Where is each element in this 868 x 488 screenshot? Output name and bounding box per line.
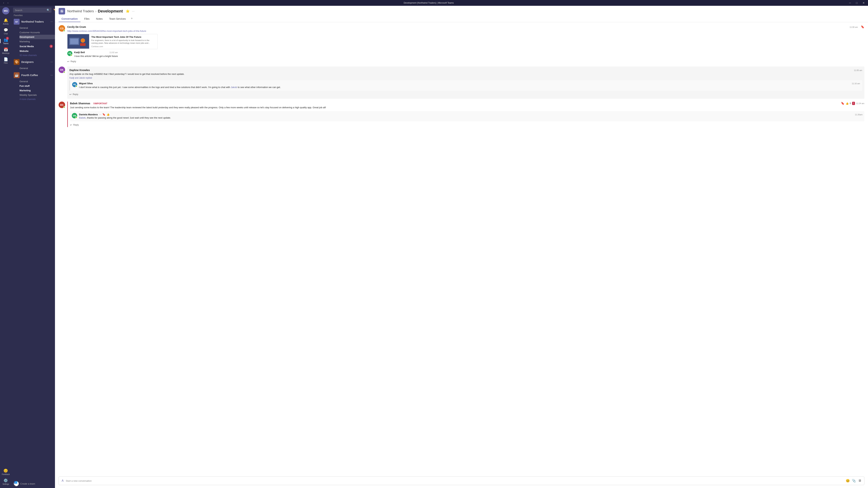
- rail-item-settings[interactable]: ⚙️ Settings: [2, 477, 10, 487]
- main-header: N Northwind Traders › Development ⭐ ··· …: [55, 6, 868, 22]
- attachment-icon[interactable]: 📎: [852, 479, 856, 483]
- designers-more-icon[interactable]: ···: [51, 60, 53, 64]
- msg2-reply-icon: ↩: [69, 93, 72, 96]
- channel-marketing[interactable]: Marketing: [20, 39, 55, 44]
- msg3-reply-btn[interactable]: ↩ Reply: [70, 123, 864, 127]
- msg1-body: Cecily De Crum 11:00 am 🔖 http://www.con…: [67, 25, 864, 64]
- msg2-reply-btn[interactable]: ↩ Reply: [69, 92, 862, 97]
- msg1-preview-desc: For engineers, there is a lot of opportu…: [91, 39, 155, 45]
- msg1-reply-label: Reply: [70, 60, 76, 63]
- tab-notes[interactable]: Notes: [93, 16, 105, 22]
- fourth-coffee-more-icon[interactable]: ···: [51, 73, 53, 77]
- rail-item-files[interactable]: 📄 Files: [0, 56, 11, 65]
- msg1-preview: The Most Important Tech Jobs Of The Futu…: [67, 34, 158, 49]
- channel-weekly-specials[interactable]: Weekly Specials: [20, 93, 55, 97]
- team-section-designers: 🎨 Designers ··· General: [11, 58, 55, 71]
- msg2-text: Any update on the bug #456892 that I fil…: [69, 72, 862, 76]
- msg1-reply-btn[interactable]: ↩ Reply: [67, 59, 864, 64]
- video-icon[interactable]: 🖥: [858, 479, 861, 483]
- msg3-avatar: BS: [59, 102, 65, 108]
- msg2-reply-label: Reply: [73, 93, 78, 96]
- fourth-coffee-more-channels[interactable]: 4 more channels: [20, 97, 55, 101]
- channel-development[interactable]: Development: [20, 35, 55, 39]
- teams-badge: 2: [6, 37, 9, 40]
- meetings-label: Meetings: [2, 52, 9, 54]
- msg1-sender: Cecily De Crum: [67, 26, 86, 28]
- tab-team-services[interactable]: Team Services: [106, 16, 129, 22]
- window-controls[interactable]: ─ □ ✕: [848, 1, 866, 5]
- title-bar-nav[interactable]: ‹ ›: [2, 1, 9, 4]
- rail-item-chat[interactable]: 💬 Chat: [0, 26, 11, 36]
- svg-point-8: [81, 38, 85, 43]
- msg2-nested-online: [75, 85, 77, 87]
- msg1-preview-content: The Most Important Tech Jobs Of The Futu…: [89, 34, 157, 49]
- channel-social-media[interactable]: Social Media 2: [20, 44, 55, 49]
- minimize-button[interactable]: ─: [848, 1, 852, 5]
- feedback-icon: 😊: [3, 468, 8, 473]
- northwind-more-icon[interactable]: ···: [51, 20, 53, 23]
- msg2-header: Daphne Knowles 11:05 am: [69, 69, 862, 72]
- files-icon: 📄: [4, 57, 8, 61]
- add-tab-button[interactable]: +: [129, 16, 134, 22]
- back-button[interactable]: ‹: [2, 1, 5, 4]
- forward-button[interactable]: ›: [6, 1, 9, 4]
- channel-website[interactable]: Website: [20, 49, 55, 53]
- create-team-button[interactable]: 👥+ Create a team: [11, 479, 55, 488]
- msg3-inline-bookmark-icon[interactable]: 🔖: [102, 113, 105, 116]
- title-bar: ‹ › Development (Northwind Traders) | Mi…: [0, 0, 868, 6]
- channel-customer-accounts[interactable]: Customer Accounts: [20, 30, 55, 35]
- msg2-thread-replied[interactable]: Kadji and Jakob replied: [69, 77, 862, 79]
- fourth-coffee-channels: General Fun stuff Marketing Weekly Speci…: [11, 79, 55, 101]
- maximize-button[interactable]: □: [855, 1, 859, 5]
- compose-format-icon[interactable]: A: [62, 479, 64, 482]
- msg3-inline-like-icon[interactable]: 👍: [106, 113, 110, 116]
- msg3-inline-actions[interactable]: ··· 🔖 👍: [99, 113, 110, 116]
- northwind-channels: General Customer Accounts Development Ma…: [11, 26, 55, 57]
- compose-placeholder[interactable]: Start a new conversation: [66, 480, 844, 482]
- emoji-picker-icon[interactable]: 😊: [846, 479, 850, 483]
- msg2-avatar: DK: [59, 66, 65, 73]
- team-header-northwind[interactable]: NT Northwind Traders ···: [11, 18, 55, 26]
- activity-icon: 🔔: [4, 18, 8, 23]
- msg1-link[interactable]: http://www.contoso.com/3054433/the-most-…: [67, 30, 146, 32]
- msg3-inline-more-icon[interactable]: ···: [99, 113, 101, 116]
- msg1-bookmark-icon: 🔖: [861, 25, 864, 29]
- social-media-badge: 2: [50, 45, 53, 48]
- msg3-inline-body: Daniela Mandera ··· 🔖 👍 11:26am Babek, t…: [79, 113, 863, 120]
- message-group-1: CD Cecily De Crum 11:00 am 🔖 http://www.…: [59, 25, 864, 64]
- northwind-more-channels[interactable]: 32 more channels: [20, 53, 55, 57]
- msg3-like-icon[interactable]: 👍: [845, 102, 849, 105]
- favorite-star-icon[interactable]: ⭐: [126, 9, 130, 13]
- channel-designers-general[interactable]: General: [20, 66, 55, 70]
- search-bar[interactable]: 🔍: [13, 8, 52, 13]
- rail-item-feedback[interactable]: 😊 Feedback: [2, 467, 10, 477]
- compose-bar[interactable]: A Start a new conversation 😊 📎 🖥: [59, 477, 864, 485]
- user-avatar[interactable]: MG: [2, 7, 9, 14]
- close-button[interactable]: ✕: [862, 1, 866, 5]
- channel-general[interactable]: General: [20, 26, 55, 30]
- channel-fourth-general[interactable]: General: [20, 79, 55, 84]
- msg1-preview-source: Contoso.com: [91, 45, 155, 47]
- chat-icon: 💬: [4, 28, 8, 32]
- search-input[interactable]: [15, 9, 45, 11]
- teams-icon: 👥2: [4, 38, 8, 42]
- team-header-fourth-coffee[interactable]: ☕ Fourth Coffee ···: [11, 71, 55, 79]
- tab-files[interactable]: Files: [81, 16, 92, 22]
- rail-item-meetings[interactable]: 📅 Meetings: [0, 46, 11, 56]
- rail-item-teams[interactable]: 👥2 Teams: [0, 36, 11, 46]
- activity-label: Activity: [3, 23, 9, 25]
- channel-marketing2[interactable]: Marketing: [20, 88, 55, 93]
- babek-mention[interactable]: Babek: [79, 117, 86, 119]
- msg3-sender: Babek Shammas: [70, 102, 90, 105]
- header-more-button[interactable]: ···: [132, 9, 134, 13]
- breadcrumb-team[interactable]: Northwind Traders: [67, 9, 94, 13]
- jakob-mention[interactable]: Jakob: [231, 86, 237, 89]
- designers-team-name: Designers: [21, 61, 49, 63]
- team-header-designers[interactable]: 🎨 Designers ···: [11, 58, 55, 66]
- tab-conversation[interactable]: Conversation: [59, 16, 81, 22]
- rail-item-activity[interactable]: 🔔 Activity: [0, 17, 11, 26]
- msg3-body: Babek Shammas !!IMPORTANT 🔖 👍 6 ! 11:24 …: [67, 102, 864, 127]
- msg3-bookmark-icon: 🔖: [841, 102, 844, 105]
- msg1-header: Cecily De Crum 11:00 am 🔖: [67, 25, 864, 29]
- channel-fun-stuff[interactable]: Fun stuff: [20, 84, 55, 88]
